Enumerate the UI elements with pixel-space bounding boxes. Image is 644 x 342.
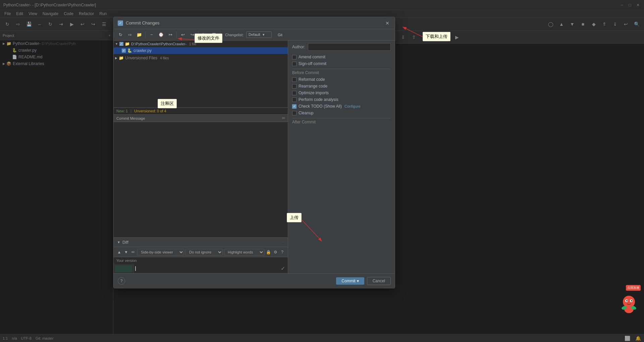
dialog-close-button[interactable]: ✕ [384,20,391,26]
dialog-left-panel: ▼ ✓ 📁 D:\PythonCrawler\PythonCrawler- 1 … [114,41,288,273]
unversioned-count: 4 files [160,56,169,60]
diff-highlight-select[interactable]: Highlight words [224,249,264,255]
rearrange-code-checkbox[interactable] [292,84,297,89]
toolbar-separator-2 [176,32,177,38]
code-analysis-label: Perform code analysis [299,97,338,102]
dialog-help-button[interactable]: ? [118,277,125,285]
stat-separator: | [130,109,131,113]
configure-link[interactable]: Configure [344,104,361,108]
diff-lock-btn[interactable]: 🔒 [266,249,271,255]
mascot-svg [619,295,639,315]
commit-button-label: Commit [341,279,355,283]
amend-commit-checkbox[interactable] [292,55,297,59]
reformat-code-label: Reformat code [299,77,325,82]
dlg-btn-folder[interactable]: 📁 [135,31,143,39]
dlg-btn-refresh[interactable]: ↻ [116,31,124,39]
crawler-py-icon: 🐍 [127,48,132,53]
commit-msg-header: Commit Message ✏ [114,115,288,122]
check-todo-checkbox[interactable]: ✓ [292,104,297,109]
file-tree-area: ▼ ✓ 📁 D:\PythonCrawler\PythonCrawler- 1 … [114,41,288,108]
file-tree-unversioned[interactable]: ▶ 📁 Unversioned Files 4 files [114,55,288,61]
reformat-code-checkbox[interactable] [292,77,297,82]
diff-collapse-btn[interactable]: ▼ [116,240,121,245]
file-tree-crawler[interactable]: ✓ 🐍 crawler.py [114,47,288,54]
changelist-value: Default [249,33,260,37]
dlg-btn-diff[interactable]: ↦ [166,31,174,39]
dlg-btn-minus[interactable]: − [148,31,156,39]
diff-settings-btn[interactable]: ⚙ [273,249,278,255]
diff-gutter [114,264,134,273]
diff-help-btn[interactable]: ? [279,249,285,255]
dialog-footer: ? Commit ▾ Cancel [114,273,395,288]
code-analysis-row: Perform code analysis [292,97,391,102]
rearrange-code-label: Rearrange code [299,84,327,89]
diff-next-btn[interactable]: ▼ [123,249,129,255]
diff-toolbar: ▲ ▼ ✏ Side-by-side viewer Do not ignore … [114,247,288,257]
commit-message-area: Commit Message ✏ [114,115,288,237]
cancel-button[interactable]: Cancel [367,277,391,285]
diff-content-area: ✓ [114,264,288,273]
dialog-right-panel: Author: Amend commit Sign-off commit Bef… [288,41,395,273]
signoff-commit-checkbox[interactable] [292,62,297,66]
commit-button[interactable]: Commit ▾ [336,277,364,285]
author-label: Author: [292,45,305,49]
root-folder-icon: 📁 [125,42,130,46]
before-commit-header: Before Commit [292,69,391,75]
git-button[interactable]: Git [274,32,286,38]
dlg-btn-expand[interactable]: ⇨ [126,31,134,39]
diff-header: ▼ Diff ···· [114,238,288,247]
svg-point-9 [626,300,628,301]
changelist-dropdown[interactable]: Default ▾ [246,32,272,38]
amend-commit-row: Amend commit [292,55,391,59]
mascot-body[interactable] [619,295,639,315]
root-path: D:\PythonCrawler\PythonCrawler- [131,42,186,46]
after-commit-header: After Commit [292,118,391,124]
diff-viewer-select[interactable]: Side-by-side viewer [137,249,184,255]
root-checkbox[interactable]: ✓ [119,42,123,46]
crawler-checkbox[interactable]: ✓ [122,49,126,53]
signoff-commit-row: Sign-off commit [292,61,391,66]
diff-label: Diff [122,240,128,245]
diff-edit-btn[interactable]: ✏ [130,249,136,255]
annotation-upload: 上传 [287,213,302,222]
annotation-modified-files: 修改的文件 [195,34,222,43]
tree-collapse-icon: ▼ [115,42,118,46]
stat-unversioned: Unversioned: 0 of 4 [134,109,166,113]
check-todo-row: ✓ Check TODO (Show All) Configure [292,104,391,109]
dialog-titlebar: ✓ Commit Changes ✕ [114,17,395,29]
commit-msg-icon: ✏ [282,116,285,120]
dlg-btn-undo[interactable]: ↩ [179,31,187,39]
author-row: Author: [292,43,391,51]
dlg-btn-history[interactable]: ⌚ [157,31,165,39]
commit-dialog: ✓ Commit Changes ✕ ↻ ⇨ 📁 − ⌚ ↦ ↩ ↪ 📷 ☰ C… [113,17,395,288]
annotation-download-upload: 下载和上传 [423,32,450,41]
amend-commit-label: Amend commit [299,55,325,59]
signoff-commit-label: Sign-off commit [299,61,326,66]
toolbar-separator-1 [145,32,146,38]
unversioned-expand-icon: ▶ [115,56,117,60]
diff-ignore-select[interactable]: Do not ignore [185,249,223,255]
author-input[interactable] [308,43,391,51]
commit-message-input[interactable] [114,122,288,237]
diff-dots: ···· [281,240,285,244]
code-analysis-checkbox[interactable] [292,98,297,102]
diff-prev-btn[interactable]: ▲ [116,249,122,255]
changelist-label: Changelist: [225,33,244,37]
mascot-bubble[interactable]: 点我加速 [626,285,641,291]
cleanup-label: Cleanup [299,111,314,115]
file-stats-row: New: 1 | Unversioned: 0 of 4 [114,108,288,115]
stat-new: New: 1 [116,109,128,113]
diff-checkmark: ✓ [281,265,285,272]
commit-msg-label: Commit Message [116,116,145,120]
svg-point-10 [631,300,632,301]
dialog-toolbar: ↻ ⇨ 📁 − ⌚ ↦ ↩ ↪ 📷 ☰ Changelist: Default … [114,29,395,41]
optimize-imports-checkbox[interactable] [292,91,297,95]
cursor-line [135,265,286,272]
commit-dropdown-arrow: ▾ [357,279,359,283]
reformat-code-row: Reformat code [292,77,391,82]
diff-added-indicator [115,265,132,272]
optimize-imports-label: Optimize imports [299,91,329,95]
your-version-label: Your version [114,257,288,264]
optimize-imports-row: Optimize imports [292,91,391,95]
cleanup-checkbox[interactable] [292,111,297,115]
